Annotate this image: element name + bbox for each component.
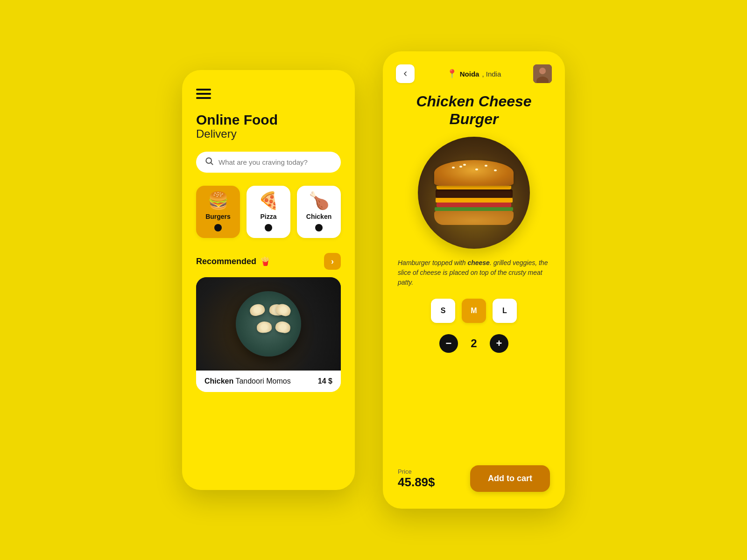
burgers-emoji: 🍔 xyxy=(208,192,229,209)
category-chicken[interactable]: 🍗 Chicken xyxy=(297,186,341,238)
burger-image-container xyxy=(396,137,552,249)
food-card-price: 14 $ xyxy=(318,377,332,385)
sesame-5 xyxy=(494,169,497,171)
quantity-value: 2 xyxy=(469,337,479,350)
sesame-6 xyxy=(459,166,462,168)
recommended-next-button[interactable]: › xyxy=(324,253,341,270)
detail-header: 📍 Noida , India xyxy=(396,64,552,83)
product-description: Hamburger topped with cheese. grilled ve… xyxy=(396,258,552,287)
cheese-layer xyxy=(437,186,511,189)
product-title: Chicken Cheese Burger xyxy=(396,92,552,128)
left-phone: Online Food Delivery 🍔 Burgers 🍕 Pizza xyxy=(182,70,355,490)
food-card-name: Chicken Tandoori Momos xyxy=(204,377,291,385)
burger-image xyxy=(418,137,530,249)
user-avatar[interactable] xyxy=(533,64,552,83)
dumpling-4 xyxy=(256,321,272,334)
sesame-4 xyxy=(485,165,487,167)
recommended-label: Recommended xyxy=(196,257,256,266)
size-selector: S M L xyxy=(396,299,552,323)
avatar-face xyxy=(533,64,552,83)
food-card-info: Chicken Tandoori Momos 14 $ xyxy=(196,371,341,392)
app-container: Online Food Delivery 🍔 Burgers 🍕 Pizza xyxy=(154,23,593,537)
svg-point-3 xyxy=(539,68,546,74)
product-title-line2: Burger xyxy=(396,110,552,128)
hamburger-menu-button[interactable] xyxy=(196,89,211,99)
recommended-header: Recommended 🍟 › xyxy=(196,253,341,270)
price-cart-row: Price 45.89$ Add to cart xyxy=(396,465,552,492)
lettuce-layer xyxy=(435,207,513,211)
size-l-button[interactable]: L xyxy=(493,299,517,323)
quantity-selector: − 2 + xyxy=(396,334,552,353)
chicken-label: Chicken xyxy=(306,213,331,220)
sesame-1 xyxy=(452,167,455,168)
bun-top xyxy=(434,160,514,186)
burgers-dot xyxy=(214,224,222,231)
price-section: Price 45.89$ xyxy=(398,468,435,490)
sesame-3 xyxy=(475,168,478,170)
category-list: 🍔 Burgers 🍕 Pizza 🍗 Chicken xyxy=(196,186,341,238)
size-s-button[interactable]: S xyxy=(431,299,455,323)
sesame-2 xyxy=(463,164,466,166)
burger-visual xyxy=(427,160,521,225)
food-name-bold: Chicken xyxy=(204,377,233,385)
location-info: 📍 Noida , India xyxy=(447,69,501,79)
tomato-layer xyxy=(437,203,511,207)
chicken-emoji: 🍗 xyxy=(309,192,330,209)
bun-bottom xyxy=(434,211,514,225)
pizza-label: Pizza xyxy=(260,213,276,220)
dumpling-1 xyxy=(248,302,266,317)
plate xyxy=(236,291,301,357)
svg-line-1 xyxy=(211,163,213,165)
price-label: Price xyxy=(398,468,435,475)
recommended-emoji: 🍟 xyxy=(260,256,270,266)
quantity-increase-button[interactable]: + xyxy=(490,334,508,353)
location-country: , India xyxy=(482,70,501,78)
food-card[interactable]: Chicken Tandoori Momos 14 $ xyxy=(196,277,341,392)
search-bar xyxy=(196,152,341,173)
size-m-button[interactable]: M xyxy=(462,299,486,323)
app-title-sub: Delivery xyxy=(196,127,341,140)
burgers-label: Burgers xyxy=(205,213,231,220)
search-input[interactable] xyxy=(218,158,332,166)
pizza-dot xyxy=(265,224,272,231)
chicken-dot xyxy=(315,224,323,231)
location-city: Noida xyxy=(460,70,479,78)
pizza-emoji: 🍕 xyxy=(258,192,279,209)
category-burgers[interactable]: 🍔 Burgers xyxy=(196,186,240,238)
right-phone: 📍 Noida , India Chicken Cheese Burger xyxy=(383,51,565,509)
price-value: 45.89$ xyxy=(398,475,435,490)
recommended-title-group: Recommended 🍟 xyxy=(196,256,270,266)
add-to-cart-button[interactable]: Add to cart xyxy=(470,465,550,492)
dimsum-visual xyxy=(196,277,341,371)
dumpling-5 xyxy=(275,320,291,334)
food-card-image xyxy=(196,277,341,371)
search-icon xyxy=(204,156,214,168)
quantity-decrease-button[interactable]: − xyxy=(439,334,458,353)
food-name-rest: Tandoori Momos xyxy=(233,377,290,385)
category-pizza[interactable]: 🍕 Pizza xyxy=(247,186,290,238)
app-title-main: Online Food xyxy=(196,112,341,127)
cheese-slice xyxy=(436,198,513,203)
product-title-line1: Chicken Cheese xyxy=(396,92,552,110)
patty-layer xyxy=(436,189,513,198)
location-pin-icon: 📍 xyxy=(447,69,457,79)
back-button[interactable] xyxy=(396,64,415,83)
